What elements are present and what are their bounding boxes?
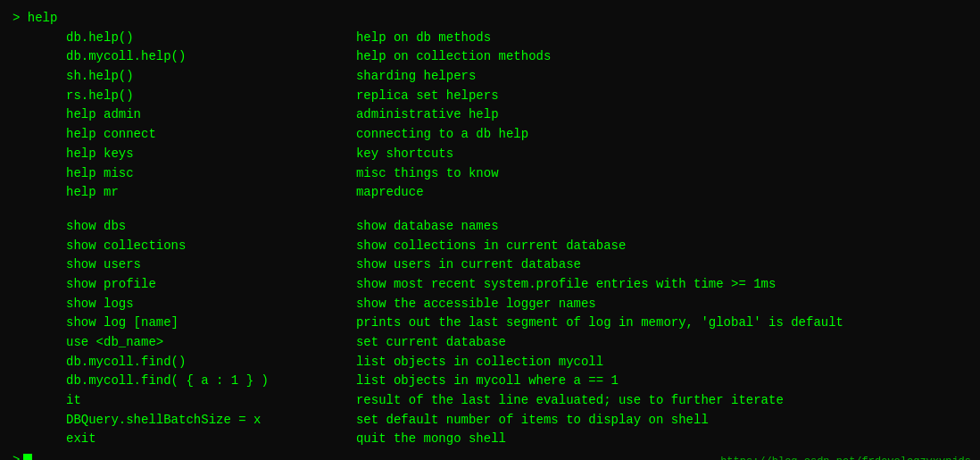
show-desc: prints out the last segment of log in me… xyxy=(356,314,968,333)
show-desc: list objects in collection mycoll xyxy=(356,353,968,372)
show-desc: quit the mongo shell xyxy=(356,430,968,449)
show-row-11: DBQuery.shellBatchSize = x set default n… xyxy=(12,411,968,431)
help-table: db.help() help on db methods db.mycoll.h… xyxy=(12,29,968,449)
help-cmd: db.help() xyxy=(12,29,356,48)
show-desc: show database names xyxy=(356,217,968,237)
spacer xyxy=(12,203,356,217)
help-desc: connecting to a db help xyxy=(356,125,968,145)
help-desc: mapreduce xyxy=(356,183,968,203)
help-desc: help on db methods xyxy=(356,29,968,48)
help-row-5: help admin administrative help xyxy=(12,105,968,125)
show-desc: list objects in mycoll where a == 1 xyxy=(356,372,968,391)
help-cmd: help mr xyxy=(12,183,356,203)
show-row-6: show log [name] prints out the last segm… xyxy=(12,314,968,333)
show-row-8: db.mycoll.find() list objects in collect… xyxy=(12,353,968,372)
show-cmd: db.mycoll.find( { a : 1 } ) xyxy=(12,372,356,391)
show-cmd: show profile xyxy=(12,275,356,295)
help-cmd: help misc xyxy=(12,164,356,184)
show-desc: result of the last line evaluated; use t… xyxy=(356,391,968,411)
help-row-2: db.mycoll.help() help on collection meth… xyxy=(12,47,968,67)
cursor-block[interactable] xyxy=(23,454,32,460)
help-cmd: help keys xyxy=(12,145,356,164)
help-desc: key shortcuts xyxy=(356,145,968,164)
show-desc: set default number of items to display o… xyxy=(356,411,968,431)
show-row-1: show dbs show database names xyxy=(12,217,968,237)
terminal-window: > help db.help() help on db methods db.m… xyxy=(12,9,968,460)
help-row-8: help misc misc things to know xyxy=(12,164,968,184)
show-cmd: db.mycoll.find() xyxy=(12,353,356,372)
help-row-1: db.help() help on db methods xyxy=(12,29,968,48)
help-row-9: help mr mapreduce xyxy=(12,183,968,203)
show-desc: show users in current database xyxy=(356,255,968,275)
show-cmd: show collections xyxy=(12,237,356,256)
show-row-2: show collections show collections in cur… xyxy=(12,237,968,256)
help-desc: help on collection methods xyxy=(356,47,968,67)
help-row-6: help connect connecting to a db help xyxy=(12,125,968,145)
show-row-5: show logs show the accessible logger nam… xyxy=(12,295,968,314)
prompt-line: > help xyxy=(12,9,968,29)
help-cmd: rs.help() xyxy=(12,87,356,106)
help-row-3: sh.help() sharding helpers xyxy=(12,67,968,87)
help-desc: replica set helpers xyxy=(356,87,968,106)
show-cmd: show dbs xyxy=(12,217,356,237)
show-row-9: db.mycoll.find( { a : 1 } ) list objects… xyxy=(12,372,968,391)
show-row-3: show users show users in current databas… xyxy=(12,255,968,275)
show-cmd: use <db_name> xyxy=(12,333,356,353)
help-cmd: sh.help() xyxy=(12,67,356,87)
watermark: https://blog.csdn.net/frdevolcqzyxynjds xyxy=(720,454,971,460)
show-cmd: exit xyxy=(12,430,356,449)
show-cmd: show logs xyxy=(12,295,356,314)
show-cmd: DBQuery.shellBatchSize = x xyxy=(12,411,356,431)
show-desc: show collections in current database xyxy=(356,237,968,256)
help-desc: administrative help xyxy=(356,105,968,125)
help-cmd: help connect xyxy=(12,125,356,145)
show-desc: show the accessible logger names xyxy=(356,295,968,314)
help-desc: sharding helpers xyxy=(356,67,968,87)
show-desc: set current database xyxy=(356,333,968,353)
show-desc: show most recent system.profile entries … xyxy=(356,275,968,295)
help-desc: misc things to know xyxy=(356,164,968,184)
cursor-prompt: > xyxy=(12,451,20,460)
show-row-10: it result of the last line evaluated; us… xyxy=(12,391,968,411)
show-row-4: show profile show most recent system.pro… xyxy=(12,275,968,295)
show-cmd: it xyxy=(12,391,356,411)
help-row-7: help keys key shortcuts xyxy=(12,145,968,164)
show-cmd: show users xyxy=(12,255,356,275)
help-cmd: help admin xyxy=(12,105,356,125)
show-row-12: exit quit the mongo shell xyxy=(12,430,968,449)
show-row-7: use <db_name> set current database xyxy=(12,333,968,353)
show-cmd: show log [name] xyxy=(12,314,356,333)
help-row-4: rs.help() replica set helpers xyxy=(12,87,968,106)
help-cmd: db.mycoll.help() xyxy=(12,47,356,67)
